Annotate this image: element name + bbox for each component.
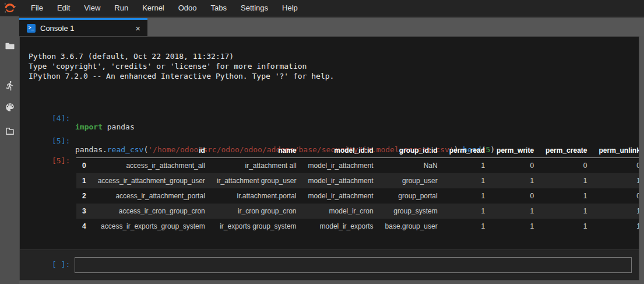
table-row: 0access_ir_attachment_allir_attachment a… [76,158,639,174]
table-cell: group_user [379,173,444,188]
console-cell: [4]: import pandas [20,105,639,115]
table-cell: 1 [540,173,593,188]
table-cell: ir_attachment all [211,158,302,174]
table-cell: ir_attachment group_user [211,173,302,188]
console-cell: [5]: pandas.read_csv('/home/odoo/src/odo… [20,128,639,138]
table-cell: 0 [593,188,639,204]
table-cell: model_ir_attachment [302,188,379,204]
banner-line: IPython 7.2.0 -- An enhanced Interactive… [29,71,334,81]
table-header-cell [76,143,92,158]
menu-item-tabs[interactable]: Tabs [204,0,234,16]
console-code-input[interactable] [75,257,632,273]
table-cell: 1 [491,219,540,234]
console-input-cell: [ ]: [20,250,639,280]
table-cell: 1 [593,219,639,234]
table-cell: 3 [76,204,92,219]
table-cell: model_ir_attachment [302,173,379,188]
table-cell: ir_cron group_cron [211,204,302,219]
table-cell: access_ir_attachment_all [92,158,211,174]
table-cell: 1 [444,219,491,234]
table-cell: model_ir_exports [302,219,379,234]
running-man-icon[interactable] [0,80,19,93]
menu-items: FileEditViewRunKernelOdooTabsSettingsHel… [24,0,305,16]
table-cell: base.group_user [379,219,444,234]
tab-title: Console 1 [40,24,75,33]
table-cell: 0 [540,158,593,174]
input-prompt: [4]: [52,114,70,122]
table-cell: 1 [593,173,639,188]
table-cell: 1 [76,173,92,188]
input-prompt: [ ]: [52,260,70,269]
table-cell: 1 [444,158,491,174]
table-cell: 1 [491,173,540,188]
odoo-logo[interactable] [0,0,19,16]
table-cell: 1 [444,188,491,204]
tab-console-1[interactable]: >_ Console 1 × [19,18,147,36]
banner-line: Python 3.6.7 (default, Oct 22 2018, 11:3… [29,51,334,61]
menu-item-kernel[interactable]: Kernel [135,0,171,16]
table-cell: NaN [379,158,444,174]
table-cell: group_system [379,204,444,219]
table-cell: access_ir_cron_group_cron [92,204,211,219]
table-header-cell: perm_create [540,143,593,158]
table-header-cell: id [92,143,211,158]
console-panel: Python 3.6.7 (default, Oct 22 2018, 11:3… [19,36,639,281]
table-cell: 0 [491,158,540,174]
table-cell: 0 [491,188,540,204]
table-row: 1access_ir_attachment_group_userir_attac… [76,173,639,188]
table-cell: 1 [491,204,540,219]
console-icon: >_ [27,24,36,33]
menu-item-run[interactable]: Run [107,0,135,16]
palette-icon[interactable] [0,102,19,115]
table-cell: 4 [76,219,92,234]
table-cell: 0 [76,158,92,174]
menu-bar: FileEditViewRunKernelOdooTabsSettingsHel… [0,0,644,16]
table-cell: ir.attachment.portal [211,188,302,204]
menu-item-settings[interactable]: Settings [234,0,275,16]
folder-icon[interactable] [0,41,19,54]
table-cell: 1 [540,188,593,204]
menu-item-file[interactable]: File [24,0,50,16]
table-row: 4access_ir_exports_group_systemir_export… [76,219,639,234]
table-header-cell: perm_read [444,143,491,158]
menu-item-help[interactable]: Help [275,0,305,16]
left-sidebar [0,16,19,284]
table-cell: group_portal [379,188,444,204]
table-row: 2access_ir_attachment_portalir.attachmen… [76,188,639,204]
input-prompt: [5]: [52,136,70,145]
table-cell: ir_exports group_system [211,219,302,234]
table-cell: 1 [593,204,639,219]
table-header-cell: group_id:id [379,143,444,158]
menu-item-edit[interactable]: Edit [50,0,77,16]
odoo-logo-icon [3,2,16,15]
table-cell: 2 [76,188,92,204]
table-cell: model_ir_attachment [302,158,379,174]
dataframe-table: idnamemodel_id:idgroup_id:idperm_readper… [76,143,639,234]
tab-bar: >_ Console 1 × [19,16,644,36]
table-cell: access_ir_attachment_group_user [92,173,211,188]
menu-item-view[interactable]: View [77,0,107,16]
table-cell: access_ir_exports_group_system [92,219,211,234]
banner-line: Type 'copyright', 'credits' or 'license'… [29,61,334,71]
output-prompt: [5]: [52,156,70,165]
table-cell: 1 [540,204,593,219]
table-row: 3access_ir_cron_group_cronir_cron group_… [76,204,639,219]
table-cell: 1 [444,173,491,188]
table-header-cell: perm_write [491,143,540,158]
table-header-cell: name [211,143,302,158]
table-cell: 1 [540,219,593,234]
table-cell: 0 [593,158,639,174]
close-icon[interactable]: × [135,24,140,33]
dataframe-output: idnamemodel_id:idgroup_id:idperm_readper… [76,143,639,234]
table-cell: access_ir_attachment_portal [92,188,211,204]
table-cell: 1 [444,204,491,219]
table-cell: model_ir_cron [302,204,379,219]
table-header-cell: model_id:id [302,143,379,158]
table-header-cell: perm_unlink [593,143,639,158]
open-tabs-icon[interactable] [0,126,19,139]
jupyterlab-odoo-window: { "menubar": { "items": ["File", "Edit",… [0,0,644,284]
kernel-banner: Python 3.6.7 (default, Oct 22 2018, 11:3… [29,51,334,81]
menu-item-odoo[interactable]: Odoo [171,0,204,16]
